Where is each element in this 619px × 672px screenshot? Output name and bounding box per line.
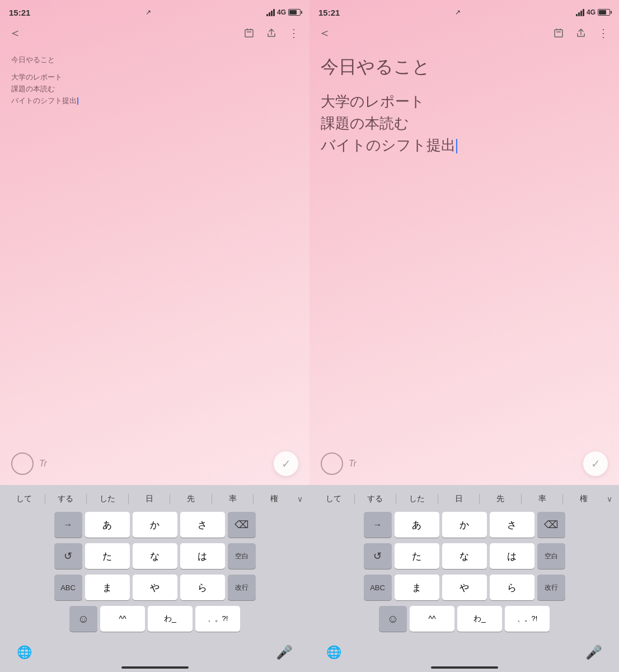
left-key-ta[interactable]: た	[85, 543, 130, 569]
right-key-a[interactable]: あ	[395, 512, 439, 538]
right-pred-1[interactable]: する	[356, 492, 395, 506]
right-pred-div-1	[396, 494, 396, 504]
right-key-emoji[interactable]: ☺	[379, 606, 407, 632]
left-key-ra[interactable]: ら	[180, 575, 225, 600]
right-more-button[interactable]: ⋮	[597, 26, 610, 40]
right-key-sa[interactable]: さ	[490, 512, 534, 538]
left-body-line1: 大学のレポート	[11, 72, 298, 83]
right-pred-chevron[interactable]: ∨	[604, 494, 615, 503]
left-battery-icon	[288, 9, 301, 16]
right-note-body[interactable]: 大学のレポート 課題の本読む バイトのシフト提出	[321, 91, 608, 156]
left-pred-4[interactable]: 先	[171, 492, 210, 506]
right-body-line2: 課題の本読む	[321, 113, 608, 134]
right-key-row-4: ☺ ^^ わ_ 、。?!	[312, 606, 617, 632]
right-toolbar: ＜ ⋮	[310, 22, 619, 46]
left-pred-1[interactable]: する	[46, 492, 86, 506]
left-key-undo[interactable]: ↺	[54, 543, 82, 569]
left-signal-bars	[266, 8, 275, 16]
left-delete-button[interactable]	[242, 26, 256, 40]
right-key-abc[interactable]: ABC	[364, 575, 392, 600]
right-key-undo[interactable]: ↺	[364, 543, 392, 569]
left-key-ma[interactable]: ま	[85, 575, 130, 600]
left-key-abc[interactable]: ABC	[54, 575, 82, 600]
right-note-content: 今日やること 大学のレポート 課題の本読む バイトのシフト提出	[310, 46, 619, 446]
right-key-ka[interactable]: か	[442, 512, 487, 538]
right-globe-icon[interactable]: 🌐	[326, 645, 341, 660]
left-pred-0[interactable]: して	[4, 492, 44, 506]
left-key-sa[interactable]: さ	[180, 512, 225, 538]
right-key-row-1: → あ か さ ⌫	[312, 512, 617, 538]
right-note-title: 今日やること	[321, 55, 608, 80]
left-key-arrow[interactable]: →	[54, 512, 82, 538]
left-share-button[interactable]	[265, 26, 278, 40]
right-share-button[interactable]	[574, 26, 588, 40]
left-system-bar: 🌐 🎤	[0, 637, 310, 666]
right-key-arrow[interactable]: →	[364, 512, 392, 538]
left-key-na[interactable]: な	[133, 543, 177, 569]
left-key-backspace[interactable]: ⌫	[228, 512, 256, 538]
right-pred-3[interactable]: 日	[439, 492, 479, 506]
right-tr-button[interactable]: Tr	[349, 459, 357, 469]
left-circle-button[interactable]	[11, 452, 34, 475]
right-key-ra[interactable]: ら	[490, 575, 534, 600]
left-key-ka[interactable]: か	[133, 512, 177, 538]
right-key-ta[interactable]: た	[395, 543, 439, 569]
right-battery-icon	[598, 9, 610, 16]
right-key-backspace[interactable]: ⌫	[537, 512, 565, 538]
left-pred-chevron[interactable]: ∨	[295, 494, 305, 503]
left-key-punct[interactable]: 、。?!	[195, 606, 240, 632]
right-pred-2[interactable]: した	[397, 492, 437, 506]
right-pred-5[interactable]: 率	[523, 492, 562, 506]
right-arrow-icon: ↗	[455, 8, 461, 16]
right-key-caret[interactable]: ^^	[410, 606, 454, 632]
right-key-wa[interactable]: わ_	[457, 606, 502, 632]
signal-bar-1	[266, 14, 268, 16]
left-status-icons: 4G	[266, 8, 301, 16]
left-pred-3[interactable]: 日	[130, 492, 169, 506]
right-key-na[interactable]: な	[442, 543, 487, 569]
right-key-ha[interactable]: は	[490, 543, 534, 569]
left-tr-button[interactable]: Tr	[39, 459, 47, 469]
right-pred-div-4	[521, 494, 522, 504]
right-key-ma[interactable]: ま	[395, 575, 439, 600]
right-key-enter[interactable]: 改行	[537, 575, 565, 600]
left-note-body[interactable]: 大学のレポート 課題の本読む バイトのシフト提出	[11, 72, 298, 106]
right-pred-0[interactable]: して	[314, 492, 353, 506]
left-key-emoji[interactable]: ☺	[69, 606, 97, 632]
left-prediction-bar: して する した 日 先 率 権 ∨	[0, 488, 310, 510]
left-arrow-icon: ↗	[146, 8, 151, 16]
right-body-line3: バイトのシフト提出	[321, 134, 608, 156]
right-pred-4[interactable]: 先	[481, 492, 520, 506]
right-key-space[interactable]: 空白	[537, 543, 565, 569]
left-key-ya[interactable]: や	[133, 575, 177, 600]
left-pred-div-5	[253, 494, 254, 504]
left-key-caret[interactable]: ^^	[100, 606, 145, 632]
right-key-ya[interactable]: や	[442, 575, 487, 600]
left-time: 15:21	[9, 8, 30, 17]
left-cursor	[77, 97, 78, 105]
right-circle-button[interactable]	[321, 452, 343, 475]
right-back-button[interactable]: ＜	[318, 25, 331, 41]
right-cursor	[456, 139, 457, 153]
left-pred-5[interactable]: 率	[213, 492, 252, 506]
right-pred-6[interactable]: 権	[564, 492, 603, 506]
left-pred-2[interactable]: した	[88, 492, 127, 506]
signal-bar-r3	[580, 11, 582, 16]
left-key-space[interactable]: 空白	[228, 543, 256, 569]
left-key-wa[interactable]: わ_	[148, 606, 193, 632]
left-check-button[interactable]: ✓	[274, 451, 298, 476]
left-pred-6[interactable]: 権	[255, 492, 294, 506]
right-check-button[interactable]: ✓	[583, 451, 608, 476]
left-pred-div-4	[212, 494, 212, 504]
left-back-button[interactable]: ＜	[9, 25, 21, 41]
right-key-punct[interactable]: 、。?!	[505, 606, 550, 632]
right-mic-icon[interactable]: 🎤	[585, 645, 602, 660]
left-key-enter[interactable]: 改行	[228, 575, 256, 600]
left-mic-icon[interactable]: 🎤	[276, 645, 293, 660]
left-key-a[interactable]: あ	[85, 512, 130, 538]
left-more-button[interactable]: ⋮	[287, 26, 301, 40]
right-delete-button[interactable]	[552, 26, 565, 40]
left-key-ha[interactable]: は	[180, 543, 225, 569]
right-status-icons: 4G	[576, 8, 610, 16]
left-globe-icon[interactable]: 🌐	[17, 645, 32, 660]
